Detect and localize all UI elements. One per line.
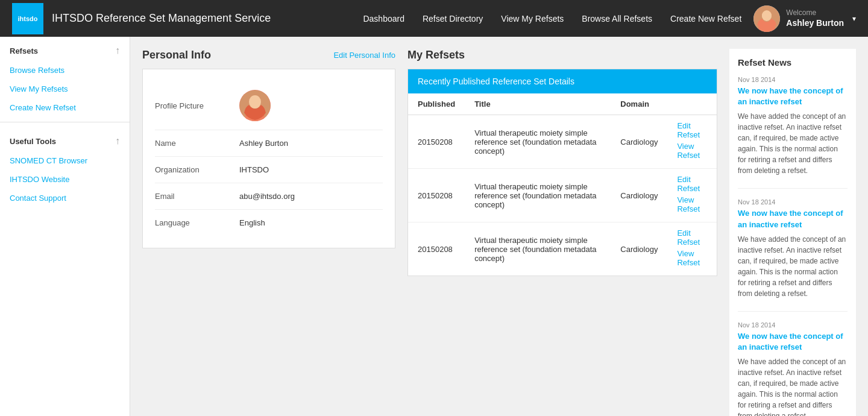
row1-edit-refset[interactable]: Edit Refset	[677, 121, 707, 139]
personal-info-header: Personal Info Edit Personal Info	[142, 49, 395, 61]
sidebar-refsets-title: Refsets	[10, 46, 38, 55]
news-headline-1[interactable]: We now have the concept of an inactive r…	[738, 86, 848, 107]
user-text: Welcome Ashley Burton	[786, 8, 844, 29]
col-actions	[667, 93, 717, 115]
row2-domain: Cardiology	[611, 169, 667, 222]
col-domain: Domain	[611, 93, 667, 115]
row3-view-refset[interactable]: View Refset	[677, 249, 707, 267]
name-label: Name	[155, 139, 239, 148]
logo[interactable]: ihtsdo	[12, 3, 43, 34]
refsets-table-container: Recently Published Reference Set Details…	[407, 69, 717, 276]
news-panel-inner: Refset News Nov 18 2014 We now have the …	[729, 49, 856, 416]
row1-domain: Cardiology	[611, 115, 667, 169]
row2-edit-refset[interactable]: Edit Refset	[677, 175, 707, 193]
svg-point-3	[762, 11, 772, 20]
col-title: Title	[465, 93, 611, 115]
main-container: Refsets ↑ Browse Refsets View My Refsets…	[0, 37, 868, 416]
row2-view-refset[interactable]: View Refset	[677, 195, 707, 213]
name-value: Ashley Burton	[239, 139, 288, 148]
sidebar-item-contact-support[interactable]: Contact Support	[0, 189, 130, 207]
news-divider-1	[738, 188, 848, 189]
row1-published: 20150208	[408, 115, 465, 169]
user-menu[interactable]: Welcome Ashley Burton ▾	[753, 5, 856, 32]
news-date-2: Nov 18 2014	[738, 198, 848, 206]
row1-view-refset[interactable]: View Refset	[677, 142, 707, 160]
main-nav: Dashboard Refset Directory View My Refse…	[363, 14, 741, 24]
nav-view-my-refsets[interactable]: View My Refsets	[501, 14, 564, 24]
info-row-email: Email abu@ihtsdo.org	[155, 183, 383, 210]
personal-info-card: Profile Picture Name Ashley Burton	[142, 69, 395, 248]
row2-published: 20150208	[408, 169, 465, 222]
sidebar-tools-section: Useful Tools ↑	[0, 127, 130, 151]
row2-title: Virtual therapeutic moiety simple refere…	[465, 169, 611, 222]
info-row-organization: Organization IHTSDO	[155, 157, 383, 183]
news-item-1: Nov 18 2014 We now have the concept of a…	[738, 76, 848, 176]
language-label: Language	[155, 218, 239, 227]
profile-picture-label: Profile Picture	[155, 101, 239, 110]
personal-info-panel: Personal Info Edit Personal Info Profile…	[142, 49, 395, 416]
sidebar-item-ihtsdo-website[interactable]: IHTSDO Website	[0, 170, 130, 189]
refsets-table-header: Recently Published Reference Set Details	[408, 69, 717, 93]
edit-personal-info-link[interactable]: Edit Personal Info	[333, 51, 395, 60]
news-body-3: We have added the concept of an inactive…	[738, 356, 848, 416]
sidebar-item-create-new-refset[interactable]: Create New Refset	[0, 98, 130, 117]
sidebar: Refsets ↑ Browse Refsets View My Refsets…	[0, 37, 130, 416]
info-row-language: Language English	[155, 210, 383, 236]
news-title: Refset News	[738, 55, 848, 68]
welcome-label: Welcome	[786, 8, 844, 18]
row3-domain: Cardiology	[611, 222, 667, 276]
col-published: Published	[408, 93, 465, 115]
table-row: 20150208 Virtual therapeutic moiety simp…	[408, 115, 717, 169]
language-value: English	[239, 218, 265, 227]
nav-refset-directory[interactable]: Refset Directory	[423, 14, 483, 24]
avatar	[239, 90, 271, 121]
news-item-3: Nov 18 2014 We now have the concept of a…	[738, 321, 848, 416]
app-title: IHTSDO Reference Set Management Service	[52, 12, 271, 25]
my-refsets-panel: My Refsets Recently Published Reference …	[407, 49, 717, 416]
table-row: 20150208 Virtual therapeutic moiety simp…	[408, 222, 717, 276]
nav-browse-all-refsets[interactable]: Browse All Refsets	[582, 14, 652, 24]
news-headline-3[interactable]: We now have the concept of an inactive r…	[738, 331, 848, 353]
header: ihtsdo IHTSDO Reference Set Management S…	[0, 0, 868, 37]
refsets-table: Published Title Domain 20150208 Virtual …	[408, 93, 717, 276]
row1-title: Virtual therapeutic moiety simple refere…	[465, 115, 611, 169]
my-refsets-title: My Refsets	[407, 49, 717, 61]
org-label: Organization	[155, 165, 239, 174]
nav-dashboard[interactable]: Dashboard	[363, 14, 404, 24]
org-value: IHTSDO	[239, 165, 269, 174]
nav-create-new-refset[interactable]: Create New Refset	[670, 14, 741, 24]
news-body-2: We have added the concept of an inactive…	[738, 234, 848, 299]
info-row-name: Name Ashley Burton	[155, 130, 383, 157]
user-menu-chevron-icon: ▾	[852, 14, 856, 23]
row2-actions: Edit Refset View Refset	[667, 169, 717, 222]
news-panel: Refset News Nov 18 2014 We now have the …	[729, 49, 856, 416]
row3-title: Virtual therapeutic moiety simple refere…	[465, 222, 611, 276]
user-name: Ashley Burton	[786, 17, 844, 28]
row3-edit-refset[interactable]: Edit Refset	[677, 228, 707, 247]
sidebar-item-view-my-refsets[interactable]: View My Refsets	[0, 80, 130, 98]
sidebar-item-browse-refsets[interactable]: Browse Refsets	[0, 61, 130, 80]
logo-text: ihtsdo	[18, 15, 38, 22]
sidebar-divider	[0, 122, 130, 122]
svg-point-5	[249, 95, 261, 109]
row1-actions: Edit Refset View Refset	[667, 115, 717, 169]
news-item-2: Nov 18 2014 We now have the concept of a…	[738, 198, 848, 298]
sidebar-refsets-section: Refsets ↑	[0, 37, 130, 61]
upload-icon[interactable]: ↑	[115, 45, 120, 56]
content-area: Personal Info Edit Personal Info Profile…	[130, 37, 868, 416]
news-date-3: Nov 18 2014	[738, 321, 848, 329]
news-date-1: Nov 18 2014	[738, 76, 848, 83]
email-value: abu@ihtsdo.org	[239, 192, 295, 201]
news-headline-2[interactable]: We now have the concept of an inactive r…	[738, 208, 848, 230]
news-divider-2	[738, 311, 848, 312]
row3-published: 20150208	[408, 222, 465, 276]
personal-info-title: Personal Info	[142, 49, 211, 61]
info-row-picture: Profile Picture	[155, 81, 383, 130]
news-body-1: We have added the concept of an inactive…	[738, 111, 848, 176]
upload-icon-2[interactable]: ↑	[115, 136, 120, 147]
sidebar-tools-title: Useful Tools	[10, 137, 56, 146]
sidebar-item-snomed-ct-browser[interactable]: SNOMED CT Browser	[0, 151, 130, 170]
user-avatar	[753, 5, 780, 32]
row3-actions: Edit Refset View Refset	[667, 222, 717, 276]
email-label: Email	[155, 192, 239, 201]
